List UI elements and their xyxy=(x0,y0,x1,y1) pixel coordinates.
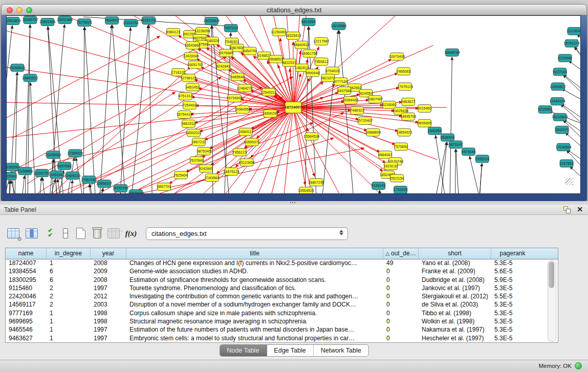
table-cell: 1997 xyxy=(91,284,126,292)
table-mode-button[interactable]: ⚙ xyxy=(6,226,20,240)
table-cell: Dudbridge et al. (2008) xyxy=(419,276,491,284)
graph-node-label: 9242848 xyxy=(216,64,230,68)
table-toolbar: ⚙ ✔✔ f(x) citations_edges.txt xyxy=(0,215,588,247)
column-header-year[interactable]: year xyxy=(91,248,126,259)
create-column-button[interactable] xyxy=(74,226,88,240)
graph-node-label: 19554523 xyxy=(298,189,314,192)
graph-node-label: 9115460 xyxy=(418,106,431,110)
graph-node-label: 8215953 xyxy=(538,107,552,111)
graph-node-label: 2522154 xyxy=(390,177,404,180)
table-row[interactable]: 946362711997Embryonic stem cells: a mode… xyxy=(6,334,558,342)
table-cell: 1998 xyxy=(91,317,126,325)
table-cell: 1998 xyxy=(91,309,126,317)
table-cell: 2009 xyxy=(91,267,126,275)
graph-node-label: 1640954 xyxy=(428,129,442,133)
table-row[interactable]: 1456911722003Disruption of a novel membe… xyxy=(6,300,558,309)
graph-node-label: 15688520 xyxy=(268,57,284,61)
graph-node-label: 10055757 xyxy=(22,18,38,21)
graph-node-label: 12505135 xyxy=(64,174,80,178)
column-header-out-degree[interactable]: △out_de… xyxy=(383,248,419,259)
graph-node-label: 18325419 xyxy=(285,34,301,37)
table-row[interactable]: 1872400712008Changes of HCN gene express… xyxy=(6,259,558,267)
table-cell: 18724007 xyxy=(6,259,47,267)
table-cell: 0 xyxy=(383,334,419,342)
graph-node-label: 11254493 xyxy=(271,30,287,34)
column-header-short[interactable]: short xyxy=(419,248,491,259)
column-header-title[interactable]: title xyxy=(126,248,383,259)
table-row[interactable]: 1938455462009Genome-wide association stu… xyxy=(6,267,558,275)
graph-node-label: 6497568 xyxy=(337,89,351,93)
table-cell: Estimation of significance thresholds fo… xyxy=(126,276,383,284)
splitter-handle-icon xyxy=(290,202,296,204)
column-header-in-degree[interactable]: in_degree xyxy=(47,248,91,259)
sort-ascending-icon: △ xyxy=(385,251,389,256)
table-cell: 14569117 xyxy=(6,300,47,309)
graph-node-label: 17359928 xyxy=(67,151,83,155)
checkmarks-icon: ✔✔ xyxy=(43,228,57,237)
dropdown-arrows-icon xyxy=(339,230,343,235)
table-row[interactable]: 977716911998Corpus callosum shape and si… xyxy=(6,309,558,317)
graph-node-label: 19218586 xyxy=(331,24,346,28)
table-cell: 2003 xyxy=(91,300,126,309)
graph-node-label: 16961758 xyxy=(301,52,317,55)
tab-network-table[interactable]: Network Table xyxy=(314,345,368,356)
table-row[interactable]: 2242004622012Investigating the contribut… xyxy=(6,292,558,300)
vertical-scrollbar[interactable] xyxy=(548,260,556,342)
network-window: citations_edges.txt 10553809100557572069… xyxy=(1,4,587,201)
table-cell: Estimation of the future numbers of pati… xyxy=(126,325,383,334)
table-cell: 1997 xyxy=(91,334,126,342)
table-cell: 5.3E-5 xyxy=(491,334,534,342)
table-row[interactable]: 911546021997Tourette syndrome. Phenomeno… xyxy=(6,284,558,292)
table-cell: 9465546 xyxy=(6,325,47,334)
table-cell: 1 xyxy=(47,325,91,334)
graph-node-label: 7637849 xyxy=(190,159,204,162)
memory-status-icon[interactable] xyxy=(575,362,582,369)
graph-node-label: 17016504 xyxy=(556,145,572,149)
resize-grip-icon[interactable] xyxy=(565,178,573,185)
close-panel-icon[interactable]: ✕ xyxy=(577,205,583,213)
graph-node-label: 16051702 xyxy=(187,63,203,67)
node-table: name in_degree year title △out_de… short… xyxy=(5,248,558,343)
table-panel-header: Table Panel ✕ xyxy=(0,205,588,215)
graph-node-label: 7486322 xyxy=(350,108,364,112)
row-height-button[interactable] xyxy=(58,226,73,240)
delete-column-button[interactable] xyxy=(90,226,104,240)
table-panel: Table Panel ✕ ⚙ ✔✔ f(x) citations_edges.… xyxy=(0,205,588,360)
graph-node-label: 10973493 xyxy=(389,55,405,58)
tab-edge-table[interactable]: Edge Table xyxy=(267,345,313,356)
graph-node-label: 12444194 xyxy=(550,99,565,103)
panel-splitter[interactable] xyxy=(0,201,588,205)
graph-node-label: 9474444 xyxy=(462,150,475,154)
function-builder-button[interactable]: f(x) xyxy=(124,226,138,240)
select-rows-button[interactable]: ✔✔ xyxy=(43,226,57,240)
graph-node-label: 12226058 xyxy=(194,29,210,33)
table-cell: 5.3E-5 xyxy=(491,317,534,325)
table-cell: 9463627 xyxy=(6,334,47,342)
table-cell: 9115460 xyxy=(6,284,47,292)
graph-node-label: 10958107 xyxy=(96,182,112,186)
network-canvas[interactable]: 1055380910055757206914062009148615276021… xyxy=(7,16,580,193)
column-header-pagerank[interactable]: pagerank xyxy=(491,248,534,259)
window-titlebar[interactable]: citations_edges.txt xyxy=(1,4,587,15)
graph-node-label: 3915943 xyxy=(7,174,17,178)
graph-node-label: 16754414 xyxy=(177,113,192,116)
show-columns-button[interactable] xyxy=(25,226,39,240)
tab-node-table[interactable]: Node Table xyxy=(220,345,267,356)
table-row[interactable]: 969969511998Structural magnetic resonanc… xyxy=(6,317,558,325)
graph-node-label: 16875123 xyxy=(224,170,239,173)
table-cell: 2008 xyxy=(91,259,126,267)
float-window-icon[interactable] xyxy=(563,206,571,213)
graph-node-label: 18300295 xyxy=(263,112,278,115)
table-row[interactable]: 1830029562008Estimation of significance … xyxy=(6,276,558,284)
table-cell: 0 xyxy=(383,276,419,284)
table-cell: Changes of HCN gene expression and I(f) … xyxy=(126,259,383,267)
column-header-name[interactable]: name xyxy=(6,248,47,259)
delete-table-button[interactable] xyxy=(106,226,121,240)
graph-node-label: 17975125 xyxy=(397,85,413,89)
scrollbar-thumb[interactable] xyxy=(549,261,554,288)
graph-node-label: 8454749 xyxy=(243,49,257,53)
table-cell: Structural magnetic resonance image aver… xyxy=(126,317,383,325)
graph-node-label: 16151702 xyxy=(141,18,157,22)
table-row[interactable]: 946554611997Estimation of the future num… xyxy=(6,325,558,334)
table-selector-dropdown[interactable]: citations_edges.txt xyxy=(146,227,348,240)
